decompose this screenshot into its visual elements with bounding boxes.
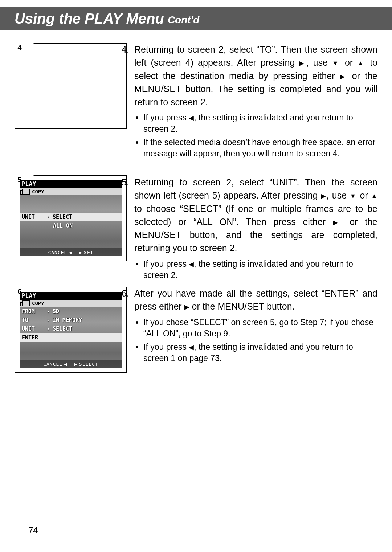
- lcd5-footer: CANCEL ◀ ▶ SET: [20, 248, 122, 256]
- chevron-right-icon: ›: [46, 308, 50, 315]
- up-triangle-icon: ▲: [371, 192, 377, 200]
- step-6-bullet-2: If you press ◀, the setting is invalidat…: [143, 342, 377, 364]
- screenshot-4: 4: [15, 43, 127, 129]
- right-triangle-icon: ▶: [333, 219, 343, 226]
- page-title: Using the PLAY Menu: [15, 11, 164, 27]
- left-triangle-icon: ◀: [189, 261, 194, 268]
- right-triangle-icon: ▶: [340, 73, 347, 80]
- screenshot-4-label: 4: [15, 43, 24, 53]
- step-4-number: 4.: [122, 43, 129, 56]
- chevron-right-icon: ›: [46, 214, 50, 220]
- step-4-bullet-1: If you press ◀, the setting is invalidat…: [143, 112, 377, 135]
- screenshot-5: 5 PLAY. . . . . . . . . . COPY UNIT › SE…: [15, 175, 127, 261]
- right-triangle-icon: ▶: [79, 250, 82, 255]
- copy-icon: [22, 300, 30, 306]
- lcd5-row-allon: ALL ON: [20, 221, 122, 230]
- lcd6-tab: COPY: [32, 300, 44, 306]
- right-triangle-icon: ▶: [74, 361, 78, 367]
- down-triangle-icon: ▼: [350, 192, 357, 200]
- right-triangle-icon: ▶: [184, 303, 189, 311]
- lcd6-row-from: FROM › SD: [20, 307, 122, 316]
- lcd6-row-enter: ENTER: [20, 333, 122, 342]
- copy-icon: [22, 189, 30, 195]
- lcd5-header: PLAY: [22, 181, 36, 187]
- left-triangle-icon: ◀: [69, 250, 72, 255]
- lcd6-row-unit: UNIT › SELECT: [20, 324, 122, 333]
- left-triangle-icon: ◀: [64, 361, 67, 367]
- lcd6-row-to: TO › IN MEMORY: [20, 316, 122, 324]
- page-title-bar: Using the PLAY Menu Cont'd: [0, 7, 392, 30]
- lcd-5: PLAY. . . . . . . . . . COPY UNIT › SELE…: [20, 180, 122, 256]
- step-6-number: 6.: [122, 287, 129, 300]
- lcd6-footer: CANCEL ◀ ▶ SELECT: [20, 360, 122, 368]
- left-triangle-icon: ◀: [189, 114, 194, 122]
- step-6-bullet-1: If you chose “SELECT” on screen 5, go to…: [143, 317, 377, 339]
- lcd5-tab: COPY: [32, 189, 44, 195]
- up-triangle-icon: ▲: [357, 60, 366, 67]
- screenshot-6: 6 PLAY. . . . . . . . . . COPY FROM › SD…: [15, 287, 127, 373]
- step-5-number: 5.: [122, 176, 129, 189]
- lcd5-row-unit: UNIT › SELECT: [20, 213, 122, 221]
- left-triangle-icon: ◀: [189, 344, 194, 351]
- lcd6-header: PLAY: [22, 293, 36, 299]
- page-subtitle: Cont'd: [168, 14, 200, 26]
- chevron-right-icon: ›: [46, 317, 50, 323]
- right-triangle-icon: ▶: [321, 192, 327, 200]
- lcd-6: PLAY. . . . . . . . . . COPY FROM › SD T…: [20, 292, 122, 368]
- step-5-bullet-1: If you press ◀, the setting is invalidat…: [143, 258, 377, 281]
- step-5: 5. Returning to screen 2, select “UNIT”.…: [134, 176, 377, 283]
- down-triangle-icon: ▼: [332, 60, 340, 67]
- chevron-right-icon: ›: [46, 326, 50, 332]
- step-4: 4. Returning to screen 2, select “TO”. T…: [134, 43, 377, 161]
- page-number: 74: [28, 526, 38, 536]
- step-4-bullet-2: If the selected media doesn’t have enoug…: [143, 137, 377, 159]
- step-6: 6. After you have made all the settings,…: [134, 287, 377, 366]
- right-triangle-icon: ▶: [299, 60, 306, 67]
